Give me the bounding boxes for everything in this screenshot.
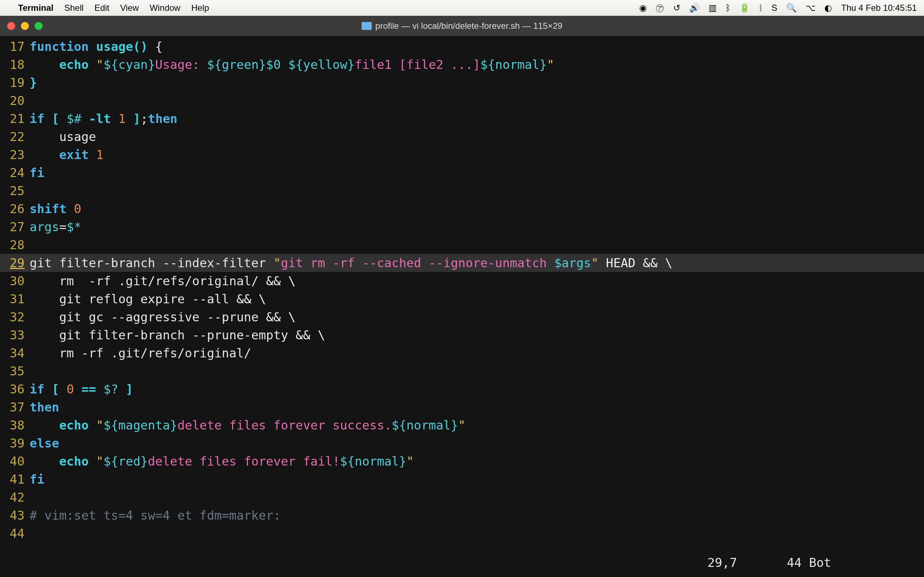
line-number: 27: [0, 218, 30, 236]
code-line[interactable]: 23 exit 1: [0, 146, 924, 164]
menubar-datetime[interactable]: Thu 4 Feb 10:45:51: [842, 3, 917, 13]
status-wifi-icon[interactable]: ⧙: [759, 3, 763, 13]
code-line[interactable]: 38 echo "${magenta}delete files forever …: [0, 416, 924, 434]
code-content: git reflog expire --all && \: [30, 290, 266, 308]
line-number: 33: [0, 326, 30, 344]
code-line[interactable]: 27args=$*: [0, 218, 924, 236]
code-line[interactable]: 31 git reflog expire --all && \: [0, 290, 924, 308]
code-content: git filter-branch --prune-empty && \: [30, 326, 325, 344]
status-volume-icon[interactable]: 🔊: [689, 3, 700, 13]
macos-menubar: Terminal Shell Edit View Window Help ◉ ㋐…: [0, 0, 924, 16]
code-content: # vim:set ts=4 sw=4 et fdm=marker:: [30, 506, 281, 524]
line-number: 42: [0, 488, 30, 506]
code-content: function usage() {: [30, 37, 163, 56]
status-display-icon[interactable]: ▥: [709, 3, 717, 13]
code-line[interactable]: 18 echo "${cyan}Usage: ${green}$0 ${yell…: [0, 56, 924, 74]
code-line[interactable]: 42: [0, 488, 924, 506]
code-line[interactable]: 17function usage() {: [0, 37, 924, 56]
line-number: 35: [0, 362, 30, 380]
close-button[interactable]: [7, 22, 15, 30]
menu-help[interactable]: Help: [191, 3, 209, 13]
code-line[interactable]: 30 rm -rf .git/refs/original/ && \: [0, 272, 924, 290]
code-line[interactable]: 20: [0, 92, 924, 110]
maximize-button[interactable]: [35, 22, 43, 30]
line-number: 38: [0, 416, 30, 434]
window-controls: [7, 22, 43, 30]
line-number: 20: [0, 92, 30, 110]
code-content: fi: [30, 164, 44, 182]
status-siri-icon[interactable]: ◐: [824, 3, 832, 13]
code-line[interactable]: 44: [0, 524, 924, 542]
status-app-icon[interactable]: S: [772, 3, 777, 13]
code-line[interactable]: 41fi: [0, 470, 924, 488]
code-content: then: [30, 398, 59, 416]
window-title-text: profile — vi local/bin/delete-forever.sh…: [375, 21, 562, 31]
line-number: 41: [0, 470, 30, 488]
line-number: 37: [0, 398, 30, 416]
code-content: if [ $# -lt 1 ];then: [30, 110, 178, 128]
minimize-button[interactable]: [21, 22, 29, 30]
line-number: 36: [0, 380, 30, 398]
line-number: 31: [0, 290, 30, 308]
line-number: 29: [0, 254, 30, 272]
code-content: git filter-branch --index-filter "git rm…: [30, 254, 672, 272]
code-line[interactable]: 37then: [0, 398, 924, 416]
line-number: 44: [0, 524, 30, 542]
status-record-icon[interactable]: ◉: [639, 3, 647, 13]
status-battery-icon[interactable]: 🔋: [739, 3, 750, 13]
line-number: 19: [0, 74, 30, 92]
code-line[interactable]: 40 echo "${red}delete files forever fail…: [0, 452, 924, 470]
code-line[interactable]: 21if [ $# -lt 1 ];then: [0, 110, 924, 128]
line-number: 30: [0, 272, 30, 290]
code-line[interactable]: 24fi: [0, 164, 924, 182]
code-content: echo "${red}delete files forever fail!${…: [30, 452, 414, 470]
vim-statusline: 29,7 44 Bot: [708, 555, 888, 570]
code-line[interactable]: 26shift 0: [0, 200, 924, 218]
code-line[interactable]: 36if [ 0 == $? ]: [0, 380, 924, 398]
code-line[interactable]: 19}: [0, 74, 924, 92]
code-line[interactable]: 33 git filter-branch --prune-empty && \: [0, 326, 924, 344]
code-content: rm -rf .git/refs/original/: [30, 344, 251, 362]
code-content: echo "${magenta}delete files forever suc…: [30, 416, 465, 434]
status-timemachine-icon[interactable]: ↺: [673, 3, 680, 13]
code-content: echo "${cyan}Usage: ${green}$0 ${yellow}…: [30, 56, 554, 74]
code-line[interactable]: 28: [0, 236, 924, 254]
menu-view[interactable]: View: [120, 3, 139, 13]
code-line[interactable]: 29git filter-branch --index-filter "git …: [0, 254, 924, 272]
status-bluetooth-icon[interactable]: ᛒ: [725, 3, 730, 13]
code-line[interactable]: 34 rm -rf .git/refs/original/: [0, 344, 924, 362]
code-content: else: [30, 434, 59, 452]
line-number: 26: [0, 200, 30, 218]
line-number: 17: [0, 37, 30, 56]
code-line[interactable]: 43# vim:set ts=4 sw=4 et fdm=marker:: [0, 506, 924, 524]
status-search-icon[interactable]: 🔍: [786, 3, 797, 13]
code-line[interactable]: 25: [0, 182, 924, 200]
code-content: fi: [30, 470, 44, 488]
status-controlcenter-icon[interactable]: ⌥: [806, 3, 816, 13]
titlebar: profile — vi local/bin/delete-forever.sh…: [0, 16, 924, 36]
code-line[interactable]: 39else: [0, 434, 924, 452]
menu-shell[interactable]: Shell: [64, 3, 83, 13]
menu-window[interactable]: Window: [150, 3, 181, 13]
terminal-window: profile — vi local/bin/delete-forever.sh…: [0, 16, 924, 577]
app-name[interactable]: Terminal: [18, 3, 53, 13]
menu-edit[interactable]: Edit: [95, 3, 109, 13]
line-number: 34: [0, 344, 30, 362]
code-line[interactable]: 35: [0, 362, 924, 380]
code-content: }: [30, 74, 37, 92]
line-number: 39: [0, 434, 30, 452]
code-content: if [ 0 == $? ]: [30, 380, 133, 398]
code-line[interactable]: 22 usage: [0, 128, 924, 146]
code-line[interactable]: 32 git gc --aggressive --prune && \: [0, 308, 924, 326]
code-content: shift 0: [30, 200, 81, 218]
editor-area[interactable]: 17function usage() {18 echo "${cyan}Usag…: [0, 36, 924, 542]
folder-icon: [362, 22, 372, 30]
line-number: 40: [0, 452, 30, 470]
status-input-icon[interactable]: ㋐: [656, 2, 664, 14]
line-number: 18: [0, 56, 30, 74]
cursor-position: 29,7: [708, 555, 787, 570]
code-content: git gc --aggressive --prune && \: [30, 308, 296, 326]
line-number: 32: [0, 308, 30, 326]
line-number: 21: [0, 110, 30, 128]
ruler-indicator: 44 Bot: [787, 555, 831, 570]
